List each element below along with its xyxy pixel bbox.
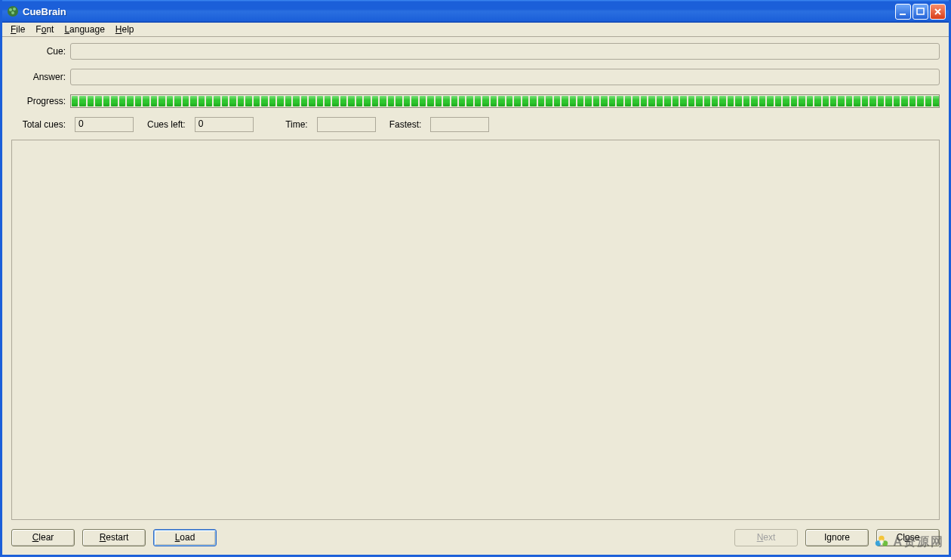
app-window: CueBrain File Font Language Help Cue:	[0, 0, 951, 557]
time-label: Time:	[267, 119, 312, 130]
total-cues-value: 0	[75, 117, 134, 132]
app-icon	[7, 5, 19, 17]
window-controls	[895, 4, 946, 20]
svg-rect-4	[900, 14, 906, 15]
menu-file[interactable]: File	[5, 23, 30, 35]
menu-help[interactable]: Help	[110, 23, 140, 35]
time-value	[317, 117, 376, 132]
progress-label: Progress:	[11, 96, 70, 106]
svg-point-3	[11, 11, 14, 14]
fastest-value	[430, 117, 489, 132]
svg-rect-5	[917, 8, 924, 14]
main-content-area	[11, 140, 940, 520]
answer-label: Answer:	[11, 72, 70, 82]
button-bar: Clear Restart Load Next Ignore Close	[11, 528, 940, 547]
cues-left-value: 0	[195, 117, 254, 132]
menu-font[interactable]: Font	[30, 23, 59, 35]
answer-row: Answer:	[11, 69, 940, 85]
fastest-label: Fastest:	[389, 119, 426, 130]
cues-left-label: Cues left:	[147, 119, 190, 130]
menubar: File Font Language Help	[2, 23, 949, 37]
load-button[interactable]: Load	[153, 529, 217, 546]
ignore-button[interactable]: Ignore	[805, 529, 869, 546]
next-button[interactable]: Next	[734, 529, 798, 546]
stats-row: Total cues: 0 Cues left: 0 Time: Fastest…	[11, 117, 940, 132]
answer-field[interactable]	[70, 69, 940, 85]
form-rows: Cue: Answer: Progress: Total cues: 0	[11, 43, 940, 132]
progress-bar	[70, 94, 940, 108]
titlebar[interactable]: CueBrain	[2, 0, 949, 23]
maximize-button[interactable]	[913, 4, 928, 20]
minimize-button[interactable]	[895, 4, 911, 20]
restart-button[interactable]: Restart	[82, 529, 146, 546]
progress-row: Progress:	[11, 94, 940, 108]
cue-field[interactable]	[70, 43, 940, 60]
svg-point-1	[9, 8, 12, 11]
clear-button[interactable]: Clear	[11, 529, 75, 546]
menu-language[interactable]: Language	[59, 23, 109, 35]
cue-row: Cue:	[11, 43, 940, 60]
client-area: Cue: Answer: Progress: Total cues: 0	[2, 37, 949, 555]
close-button[interactable]: Close	[876, 529, 940, 546]
close-window-button[interactable]	[930, 4, 946, 20]
total-cues-label: Total cues:	[11, 119, 70, 130]
cue-label: Cue:	[11, 46, 70, 57]
svg-point-2	[13, 8, 16, 11]
window-title: CueBrain	[23, 6, 895, 17]
